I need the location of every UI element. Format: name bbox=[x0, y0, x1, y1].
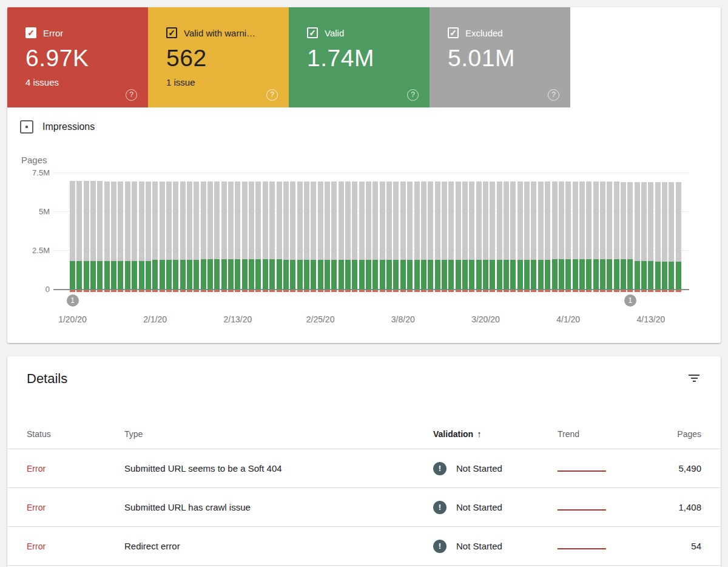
chart-bar[interactable] bbox=[593, 182, 599, 290]
chart-bar[interactable] bbox=[448, 182, 454, 290]
chart-bar[interactable] bbox=[510, 182, 516, 290]
chart-bar[interactable] bbox=[207, 182, 213, 290]
chart-bar[interactable] bbox=[531, 182, 536, 290]
chart-bar[interactable] bbox=[641, 182, 647, 290]
chart-bar[interactable] bbox=[132, 182, 137, 290]
chart-bar[interactable] bbox=[221, 182, 227, 290]
chart-bar[interactable] bbox=[228, 182, 234, 290]
chart-bar[interactable] bbox=[524, 182, 530, 290]
chart-bar[interactable] bbox=[504, 182, 509, 290]
chart-bar[interactable] bbox=[676, 182, 681, 290]
chart-bar[interactable] bbox=[614, 182, 619, 290]
chart-bar[interactable] bbox=[180, 182, 186, 290]
chart-bar[interactable] bbox=[483, 182, 488, 290]
chart-bar[interactable] bbox=[139, 182, 144, 290]
chart-bar[interactable] bbox=[386, 182, 392, 290]
chart-bar[interactable] bbox=[545, 182, 550, 290]
chart-bar[interactable] bbox=[421, 182, 426, 290]
chart-bar[interactable] bbox=[166, 182, 172, 290]
chart-bar[interactable] bbox=[318, 182, 323, 290]
chart-bar[interactable] bbox=[325, 182, 330, 290]
chart-bar[interactable] bbox=[304, 182, 309, 290]
chart-bar[interactable] bbox=[345, 182, 351, 290]
chart-bar[interactable] bbox=[428, 182, 433, 290]
chart-bar[interactable] bbox=[655, 182, 661, 290]
chart-bar[interactable] bbox=[160, 182, 165, 290]
chart-bar[interactable] bbox=[366, 182, 371, 290]
chart-bar[interactable] bbox=[235, 182, 240, 290]
table-row-redirect-error[interactable]: Error Redirect error ! Not Started 54 bbox=[7, 527, 721, 566]
chart-bar[interactable] bbox=[538, 182, 544, 290]
chart-bar[interactable] bbox=[152, 182, 158, 290]
chart-bar[interactable] bbox=[90, 181, 96, 290]
table-row-crawl-issue[interactable]: Error Submitted URL has crawl issue ! No… bbox=[7, 488, 721, 527]
chart-bar[interactable] bbox=[111, 182, 116, 290]
chart-bar[interactable] bbox=[70, 181, 75, 290]
chart-bar[interactable] bbox=[497, 182, 502, 290]
chart-bar[interactable] bbox=[76, 181, 82, 290]
chart-bar[interactable] bbox=[359, 182, 365, 290]
chart-bar[interactable] bbox=[579, 182, 585, 290]
chart-bar[interactable] bbox=[414, 182, 420, 290]
column-header-status[interactable]: Status bbox=[27, 429, 124, 439]
chart-bar[interactable] bbox=[462, 182, 468, 290]
chart-bar[interactable] bbox=[565, 182, 571, 290]
chart-bar[interactable] bbox=[627, 182, 633, 290]
chart-bar[interactable] bbox=[552, 182, 558, 290]
chart-bar[interactable] bbox=[201, 182, 206, 290]
column-header-validation-sorted[interactable]: Validation↑ bbox=[433, 429, 558, 439]
chart-bar[interactable] bbox=[600, 182, 605, 290]
chart-annotation-marker[interactable]: 1 bbox=[624, 294, 636, 307]
chart-bar[interactable] bbox=[621, 182, 626, 290]
chart-bar[interactable] bbox=[339, 182, 344, 290]
chart-bar[interactable] bbox=[607, 182, 612, 290]
chart-bar[interactable] bbox=[118, 182, 123, 290]
chart-bar[interactable] bbox=[263, 182, 268, 290]
column-header-trend[interactable]: Trend bbox=[558, 429, 642, 439]
chart-bar[interactable] bbox=[407, 182, 413, 290]
chart-bar[interactable] bbox=[400, 182, 406, 290]
chart-bar[interactable] bbox=[125, 182, 130, 290]
chart-bar[interactable] bbox=[187, 182, 192, 290]
chart-bar[interactable] bbox=[517, 182, 523, 290]
chart-bar[interactable] bbox=[352, 182, 357, 290]
chart-bar[interactable] bbox=[331, 182, 337, 290]
chart-bar[interactable] bbox=[269, 182, 275, 290]
chart-bar[interactable] bbox=[214, 182, 220, 290]
filter-list-icon[interactable] bbox=[688, 375, 700, 385]
chart-bar[interactable] bbox=[255, 182, 261, 290]
chart-bar[interactable] bbox=[669, 182, 674, 290]
chart-bar[interactable] bbox=[290, 182, 295, 290]
chart-bar[interactable] bbox=[297, 182, 303, 290]
chart-bar[interactable] bbox=[442, 182, 447, 290]
chart-bar[interactable] bbox=[173, 182, 178, 290]
chart-bar[interactable] bbox=[84, 181, 89, 290]
chart-bar[interactable] bbox=[635, 182, 640, 290]
chart-bar[interactable] bbox=[573, 182, 578, 290]
chart-bar[interactable] bbox=[194, 182, 199, 290]
column-header-type[interactable]: Type bbox=[124, 429, 433, 439]
chart-bar[interactable] bbox=[393, 182, 399, 290]
chart-bar[interactable] bbox=[242, 182, 248, 290]
chart-bar[interactable] bbox=[283, 182, 289, 290]
chart-bar[interactable] bbox=[586, 182, 592, 290]
chart-bar[interactable] bbox=[146, 182, 151, 290]
column-header-pages[interactable]: Pages bbox=[642, 429, 701, 439]
chart-bar[interactable] bbox=[435, 182, 440, 290]
chart-bar[interactable] bbox=[311, 182, 316, 290]
chart-bar[interactable] bbox=[662, 182, 667, 290]
chart-bar[interactable] bbox=[277, 182, 282, 290]
chart-bar[interactable] bbox=[559, 182, 564, 290]
chart-bar[interactable] bbox=[372, 182, 378, 290]
chart-bar[interactable] bbox=[380, 182, 385, 290]
chart-bar[interactable] bbox=[469, 182, 474, 290]
chart-bar[interactable] bbox=[104, 182, 110, 290]
chart-annotation-marker[interactable]: 1 bbox=[67, 294, 79, 307]
chart-bar[interactable] bbox=[456, 182, 461, 290]
table-row-soft-404[interactable]: Error Submitted URL seems to be a Soft 4… bbox=[7, 449, 721, 488]
chart-bar[interactable] bbox=[249, 182, 254, 290]
chart-bar[interactable] bbox=[97, 181, 103, 290]
chart-bar[interactable] bbox=[476, 182, 482, 290]
chart-bar[interactable] bbox=[648, 182, 653, 290]
chart-bar[interactable] bbox=[490, 182, 495, 290]
